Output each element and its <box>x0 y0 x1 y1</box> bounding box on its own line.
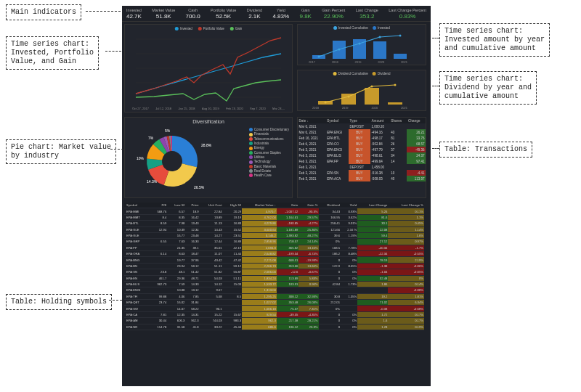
svg-point-21 <box>371 86 373 88</box>
holding-row[interactable]: EPA:ENGI10.8813.129.671,313.04-0.08% <box>124 287 424 293</box>
svg-rect-16 <box>341 94 356 105</box>
svg-rect-8 <box>373 41 386 59</box>
transaction-row[interactable]: Mar 6, 2021EPA:ENGIBUY-494.164326.21 <box>298 129 426 135</box>
svg-text:7%: 7% <box>148 136 154 140</box>
kpi-dividend: Dividend2.1K <box>247 8 262 20</box>
holding-row[interactable]: EPA:FP24.3539.135.0142.192,694.0365.8213… <box>124 245 424 250</box>
kpi-cash: Cash700.0 <box>186 8 200 20</box>
svg-point-13 <box>379 36 381 38</box>
annotation-dividend-chart: Time series chart: Dividend by year and … <box>439 71 537 105</box>
transaction-row[interactable]: Mar 6, 2021DEPOSIT1,000.20 <box>298 123 426 129</box>
svg-rect-18 <box>388 102 402 105</box>
holding-row[interactable]: EPA:BN23.9458.1251.1159.122,266.73313.66… <box>124 263 424 269</box>
holding-row[interactable]: EPA:ELIS962.737.5914.3314.1215.031,533.7… <box>124 281 424 287</box>
kpi-gain-percent: Gain Percent22.90% <box>322 8 345 20</box>
svg-text:26.5%: 26.5% <box>194 185 205 189</box>
bar-chart-svg <box>298 70 426 110</box>
holding-row[interactable]: EPA:MMI568.766.5718.922.8420.294,970.7-1… <box>124 208 424 214</box>
kpi-last-change-percent: Last Change Percent0.83% <box>389 8 426 20</box>
holding-row[interactable]: EPA:AM30.44606.3962.3744.03983.3962.3217… <box>124 318 424 324</box>
transaction-row[interactable]: Feb 3, 2021EPA:ELISBUY-498.613424.37 <box>298 152 426 158</box>
kpi-invested: Invested42.7K <box>126 8 142 20</box>
holding-row[interactable]: EPA:GLE12.9410.3912.3414.4315.523,600.64… <box>124 226 424 232</box>
transaction-row[interactable]: Feb 3, 2021DEPOSIT1,458.00 <box>298 164 426 170</box>
transactions-table[interactable]: Date ↓SymbolTypeAmountSharesChangeMar 6,… <box>297 117 426 198</box>
chart-dividend-yearly[interactable]: Dividend Cumulative Dividend 20182019202… <box>297 70 426 111</box>
annotation-transactions: Table: Transactions <box>439 142 532 158</box>
svg-point-14 <box>399 35 402 37</box>
kpi-yield: Yield4.83% <box>272 8 289 20</box>
holding-row[interactable]: EPA:ORA6.148.6318.4711.0711.442,648.82-1… <box>124 251 424 257</box>
kpi-strip: Invested42.7KMarket Value51.8KCash700.0P… <box>122 6 431 22</box>
svg-rect-17 <box>365 88 379 105</box>
svg-text:14.3%: 14.3% <box>147 179 158 184</box>
transaction-row[interactable]: Feb 6, 2021EPA:COBUY-502.842668.57 <box>298 141 426 147</box>
holding-row[interactable]: EPA:MMT8.48.3516.4213.8919.194,762.041,1… <box>124 214 424 220</box>
svg-point-22 <box>394 84 397 86</box>
svg-point-19 <box>325 102 327 104</box>
holdings-table[interactable]: SymbolP/ELow 52PriceUnit CostHigh 52Mark… <box>124 203 424 330</box>
chart-title: Diversification <box>192 119 224 124</box>
annotation-ts-chart: Time series chart: Invested, Portfolio V… <box>6 36 99 70</box>
kpi-last-change: Last Change353.2 <box>356 8 378 20</box>
transaction-row[interactable]: Feb 3, 2021EPA:FPBUY-499.641497.41 <box>298 158 426 164</box>
chart-legend: Invested Portfolio Value Gain <box>175 27 242 30</box>
annotation-invested-chart: Time series chart: Invested amount by ye… <box>439 23 550 57</box>
svg-point-12 <box>359 43 361 45</box>
kpi-portfolio-value: Portfolio Value52.5K <box>211 8 236 20</box>
svg-text:28.8%: 28.8% <box>201 143 212 147</box>
annotation-holdings: Table: Holding symbols <box>6 294 112 310</box>
svg-point-20 <box>348 96 350 98</box>
holding-row[interactable]: EPA:BNG19.7737.9643.4247.422,271.08668.5… <box>124 257 424 263</box>
holding-row[interactable]: EPA:NR114.7831.5841.833.2245.44685.6196.… <box>124 324 424 330</box>
transaction-row[interactable]: Feb 3, 2021EPA:ENGIBUY-497.7937-49.36 <box>298 147 426 152</box>
holding-row[interactable]: EPA:EN461.729.3648.7154.0351.111,834.241… <box>124 275 424 281</box>
transaction-row[interactable]: Feb 16, 2021EPA:BTLBUY-498.178133.76 <box>298 135 426 141</box>
holding-row[interactable]: EPA:BTL8.597.9813.4311.1316.834,029.86-1… <box>124 221 424 226</box>
chart-invested-yearly[interactable]: Invested Cumulative Invested 20172018201… <box>297 24 426 65</box>
transaction-row[interactable]: Feb 3, 2021EPA:SNBUY-516.3810-4.41 <box>298 170 426 176</box>
holding-row[interactable]: EPA:GLE16.7723.4814.2723.513,146.21,393.… <box>124 232 424 238</box>
svg-text:10%: 10% <box>137 156 145 160</box>
holding-row[interactable]: EPA:QBT23.7416.0231.841,027.02353.4826.0… <box>124 300 424 306</box>
holding-row[interactable]: EPA:SN23.848.151.4251.8255.872,006.04-12… <box>124 269 424 275</box>
svg-point-10 <box>318 56 320 58</box>
chart-legend: Invested Cumulative Invested <box>333 26 390 30</box>
line-chart-svg <box>125 25 292 112</box>
annotation-main-indicators: Main indicators <box>6 4 81 20</box>
chart-diversification-pie[interactable]: Diversification 28.8%26.5%14.3%10%7%5% C… <box>124 117 293 198</box>
transaction-row[interactable]: Feb 3, 2021EPA:ACABUY-508.0340113.97 <box>298 176 426 181</box>
annotation-pie: Pie chart: Market value by industry <box>6 139 116 164</box>
portfolio-dashboard: Invested42.7KMarket Value51.8KCash700.0P… <box>122 6 431 386</box>
bar-chart-svg <box>298 25 426 65</box>
svg-text:5%: 5% <box>165 128 171 133</box>
kpi-market-value: Market Value51.8K <box>152 8 175 20</box>
holding-row[interactable]: EPA:TFI99.884.067.855.688.51,295.25308.1… <box>124 293 424 299</box>
holding-row[interactable]: EPA:GRP6.557.6316.3312.4416.892,858.9671… <box>124 239 424 245</box>
holding-row[interactable]: EPA:SW14.0758.2290.11,006.1875.377.31%0%… <box>124 306 424 311</box>
chart-legend: Dividend Cumulative Dividend <box>333 72 391 75</box>
svg-rect-9 <box>394 54 407 59</box>
chart-portfolio-timeseries[interactable]: Invested Portfolio Value Gain Oct 27, 20… <box>124 24 293 113</box>
holding-row[interactable]: EPA:CA7.8112.3514.3115.2215.67929.54-39.… <box>124 311 424 317</box>
svg-point-11 <box>338 49 341 51</box>
kpi-gain: Gain9.8K <box>299 8 311 20</box>
